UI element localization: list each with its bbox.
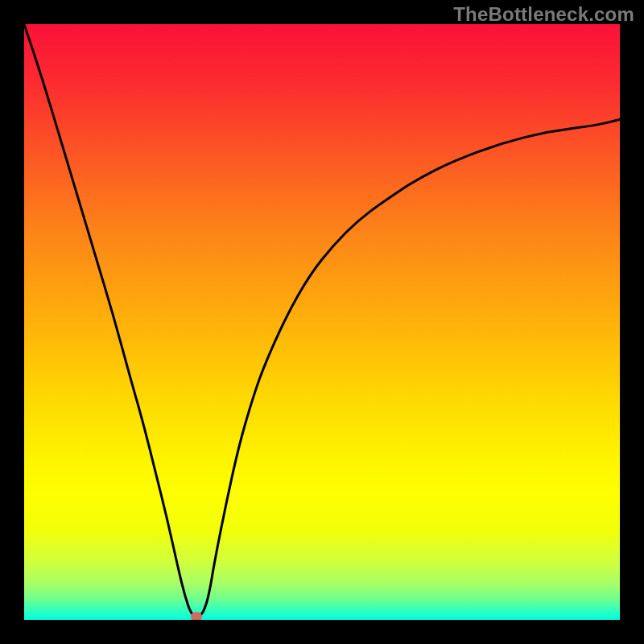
chart-frame: TheBottleneck.com (0, 0, 644, 644)
watermark-text: TheBottleneck.com (453, 3, 634, 26)
svg-rect-0 (24, 24, 620, 620)
background-gradient (24, 24, 620, 620)
optimal-marker (191, 612, 202, 620)
plot-area (24, 24, 620, 620)
